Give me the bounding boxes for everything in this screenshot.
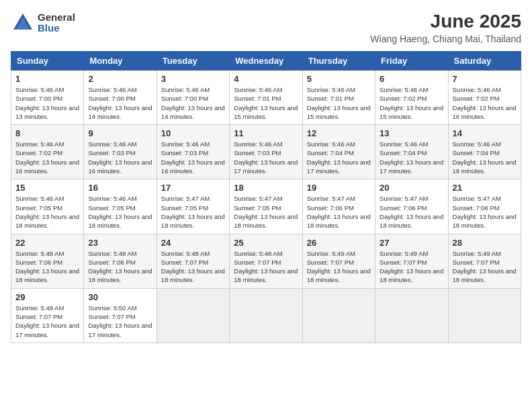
day-info: Sunrise: 5:47 AM Sunset: 7:05 PM Dayligh… xyxy=(161,194,225,230)
table-row: 5 Sunrise: 5:46 AM Sunset: 7:01 PM Dayli… xyxy=(302,71,375,125)
calendar-row: 29 Sunrise: 5:49 AM Sunset: 7:07 PM Dayl… xyxy=(11,288,521,342)
day-info: Sunrise: 5:46 AM Sunset: 7:02 PM Dayligh… xyxy=(380,85,443,121)
calendar-header-row: Sunday Monday Tuesday Wednesday Thursday… xyxy=(11,52,521,71)
table-row: 16 Sunrise: 5:46 AM Sunset: 7:05 PM Dayl… xyxy=(84,179,157,234)
table-row: 21 Sunrise: 5:47 AM Sunset: 7:06 PM Dayl… xyxy=(448,179,521,234)
col-friday: Friday xyxy=(375,52,448,71)
col-wednesday: Wednesday xyxy=(230,52,302,71)
day-number: 12 xyxy=(307,128,371,138)
day-number: 9 xyxy=(88,128,152,138)
table-row: 15 Sunrise: 5:46 AM Sunset: 7:05 PM Dayl… xyxy=(11,179,84,234)
day-info: Sunrise: 5:46 AM Sunset: 7:01 PM Dayligh… xyxy=(234,85,298,121)
table-row: 24 Sunrise: 5:48 AM Sunset: 7:07 PM Dayl… xyxy=(157,234,229,288)
day-info: Sunrise: 5:48 AM Sunset: 7:07 PM Dayligh… xyxy=(161,249,225,285)
page-title: June 2025 xyxy=(370,11,521,32)
logo-text: General Blue xyxy=(38,12,75,34)
title-area: June 2025 Wiang Haeng, Chiang Mai, Thail… xyxy=(370,11,521,44)
day-number: 30 xyxy=(88,292,152,302)
table-row: 2 Sunrise: 5:46 AM Sunset: 7:00 PM Dayli… xyxy=(84,71,157,125)
day-number: 2 xyxy=(88,74,152,84)
calendar-row: 15 Sunrise: 5:46 AM Sunset: 7:05 PM Dayl… xyxy=(11,179,521,234)
day-info: Sunrise: 5:49 AM Sunset: 7:07 PM Dayligh… xyxy=(307,249,371,285)
day-number: 18 xyxy=(234,183,298,193)
day-number: 25 xyxy=(234,238,298,248)
table-row xyxy=(157,288,229,342)
logo-blue-text: Blue xyxy=(38,23,75,34)
table-row: 29 Sunrise: 5:49 AM Sunset: 7:07 PM Dayl… xyxy=(11,288,84,342)
col-saturday: Saturday xyxy=(448,52,521,71)
table-row: 27 Sunrise: 5:49 AM Sunset: 7:07 PM Dayl… xyxy=(375,234,448,288)
day-info: Sunrise: 5:46 AM Sunset: 7:00 PM Dayligh… xyxy=(15,85,79,121)
col-tuesday: Tuesday xyxy=(157,52,229,71)
day-info: Sunrise: 5:50 AM Sunset: 7:07 PM Dayligh… xyxy=(88,304,152,339)
col-thursday: Thursday xyxy=(302,52,375,71)
day-info: Sunrise: 5:47 AM Sunset: 7:06 PM Dayligh… xyxy=(380,194,443,230)
day-number: 26 xyxy=(307,238,371,248)
day-info: Sunrise: 5:48 AM Sunset: 7:06 PM Dayligh… xyxy=(88,249,152,285)
table-row: 9 Sunrise: 5:46 AM Sunset: 7:03 PM Dayli… xyxy=(84,125,157,179)
col-sunday: Sunday xyxy=(11,52,84,71)
table-row: 6 Sunrise: 5:46 AM Sunset: 7:02 PM Dayli… xyxy=(375,71,448,125)
day-info: Sunrise: 5:46 AM Sunset: 7:04 PM Dayligh… xyxy=(307,140,371,175)
day-info: Sunrise: 5:46 AM Sunset: 7:00 PM Dayligh… xyxy=(161,85,225,121)
day-number: 27 xyxy=(380,238,443,248)
logo: General Blue xyxy=(11,11,75,35)
table-row: 7 Sunrise: 5:46 AM Sunset: 7:02 PM Dayli… xyxy=(448,71,521,125)
day-number: 29 xyxy=(15,292,79,302)
table-row: 3 Sunrise: 5:46 AM Sunset: 7:00 PM Dayli… xyxy=(157,71,229,125)
table-row: 13 Sunrise: 5:46 AM Sunset: 7:04 PM Dayl… xyxy=(375,125,448,179)
day-number: 19 xyxy=(307,183,371,193)
day-number: 7 xyxy=(453,74,517,84)
day-number: 15 xyxy=(15,183,79,193)
calendar-row: 22 Sunrise: 5:48 AM Sunset: 7:06 PM Dayl… xyxy=(11,234,521,288)
day-number: 17 xyxy=(161,183,225,193)
day-number: 8 xyxy=(15,128,79,138)
table-row: 1 Sunrise: 5:46 AM Sunset: 7:00 PM Dayli… xyxy=(11,71,84,125)
day-info: Sunrise: 5:47 AM Sunset: 7:05 PM Dayligh… xyxy=(234,194,298,230)
logo-general-text: General xyxy=(38,12,75,24)
table-row: 12 Sunrise: 5:46 AM Sunset: 7:04 PM Dayl… xyxy=(302,125,375,179)
col-monday: Monday xyxy=(84,52,157,71)
day-info: Sunrise: 5:48 AM Sunset: 7:06 PM Dayligh… xyxy=(15,249,79,285)
day-info: Sunrise: 5:46 AM Sunset: 7:05 PM Dayligh… xyxy=(88,194,152,230)
day-info: Sunrise: 5:46 AM Sunset: 7:04 PM Dayligh… xyxy=(380,140,443,175)
calendar-row: 1 Sunrise: 5:46 AM Sunset: 7:00 PM Dayli… xyxy=(11,71,521,125)
table-row: 17 Sunrise: 5:47 AM Sunset: 7:05 PM Dayl… xyxy=(157,179,229,234)
day-info: Sunrise: 5:49 AM Sunset: 7:07 PM Dayligh… xyxy=(380,249,443,285)
table-row: 11 Sunrise: 5:46 AM Sunset: 7:03 PM Dayl… xyxy=(230,125,302,179)
day-number: 20 xyxy=(380,183,443,193)
day-number: 28 xyxy=(453,238,517,248)
table-row: 18 Sunrise: 5:47 AM Sunset: 7:05 PM Dayl… xyxy=(230,179,302,234)
page-header: General Blue June 2025 Wiang Haeng, Chia… xyxy=(11,11,521,44)
day-info: Sunrise: 5:49 AM Sunset: 7:07 PM Dayligh… xyxy=(453,249,517,285)
day-number: 21 xyxy=(453,183,517,193)
day-info: Sunrise: 5:48 AM Sunset: 7:07 PM Dayligh… xyxy=(234,249,298,285)
table-row: 25 Sunrise: 5:48 AM Sunset: 7:07 PM Dayl… xyxy=(230,234,302,288)
day-number: 10 xyxy=(161,128,225,138)
day-info: Sunrise: 5:47 AM Sunset: 7:06 PM Dayligh… xyxy=(307,194,371,230)
day-number: 23 xyxy=(88,238,152,248)
day-number: 13 xyxy=(380,128,443,138)
table-row: 30 Sunrise: 5:50 AM Sunset: 7:07 PM Dayl… xyxy=(84,288,157,342)
day-info: Sunrise: 5:49 AM Sunset: 7:07 PM Dayligh… xyxy=(15,304,79,339)
logo-icon xyxy=(11,11,35,35)
day-number: 1 xyxy=(15,74,79,84)
day-info: Sunrise: 5:46 AM Sunset: 7:03 PM Dayligh… xyxy=(161,140,225,175)
day-number: 24 xyxy=(161,238,225,248)
table-row xyxy=(448,288,521,342)
table-row: 23 Sunrise: 5:48 AM Sunset: 7:06 PM Dayl… xyxy=(84,234,157,288)
calendar-row: 8 Sunrise: 5:46 AM Sunset: 7:02 PM Dayli… xyxy=(11,125,521,179)
day-number: 11 xyxy=(234,128,298,138)
day-number: 16 xyxy=(88,183,152,193)
day-info: Sunrise: 5:47 AM Sunset: 7:06 PM Dayligh… xyxy=(453,194,517,230)
table-row: 10 Sunrise: 5:46 AM Sunset: 7:03 PM Dayl… xyxy=(157,125,229,179)
day-info: Sunrise: 5:46 AM Sunset: 7:00 PM Dayligh… xyxy=(88,85,152,121)
table-row xyxy=(375,288,448,342)
table-row: 4 Sunrise: 5:46 AM Sunset: 7:01 PM Dayli… xyxy=(230,71,302,125)
table-row: 19 Sunrise: 5:47 AM Sunset: 7:06 PM Dayl… xyxy=(302,179,375,234)
day-number: 4 xyxy=(234,74,298,84)
day-number: 3 xyxy=(161,74,225,84)
day-info: Sunrise: 5:46 AM Sunset: 7:01 PM Dayligh… xyxy=(307,85,371,121)
day-info: Sunrise: 5:46 AM Sunset: 7:03 PM Dayligh… xyxy=(88,140,152,175)
day-info: Sunrise: 5:46 AM Sunset: 7:02 PM Dayligh… xyxy=(15,140,79,175)
